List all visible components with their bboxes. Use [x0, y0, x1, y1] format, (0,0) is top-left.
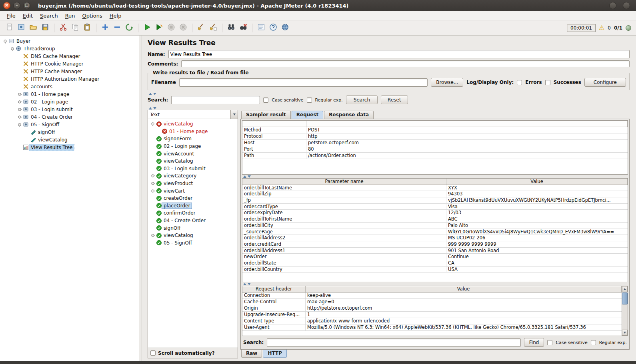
menu-options[interactable]: Options	[79, 12, 106, 20]
view-mode-combobox[interactable]: Text	[148, 110, 238, 119]
titlebar[interactable]: buyer.jmx (/home/ubuntu/load-testing-too…	[0, 0, 636, 11]
result-item-signonform[interactable]: signonForm	[148, 135, 238, 143]
comments-input[interactable]	[181, 60, 630, 67]
toggle-button[interactable]	[124, 22, 135, 34]
function-helper-button[interactable]	[256, 22, 267, 34]
collapse-down-icon[interactable]	[248, 283, 251, 285]
splitter-one-touch-top[interactable]	[148, 92, 630, 95]
copy-button[interactable]	[70, 22, 81, 34]
result-item-viewproduct[interactable]: viewProduct	[148, 180, 238, 187]
expander-expanded-icon[interactable]	[10, 46, 15, 51]
successes-checkbox[interactable]	[545, 80, 550, 85]
tab-response-data[interactable]: Response data	[324, 111, 374, 119]
reset-button[interactable]: Reset	[381, 95, 408, 104]
tree-item-view-results-tree[interactable]: View Results Tree	[0, 143, 139, 151]
tree-item-http-authorization-manager[interactable]: HTTP Authorization Manager	[0, 75, 139, 83]
menu-file[interactable]: File	[3, 12, 19, 20]
collapse-up-icon[interactable]	[243, 283, 246, 285]
result-item-viewcart[interactable]: viewCart	[148, 187, 238, 195]
tree-item-01-home-page[interactable]: 01 - Home page	[0, 90, 139, 98]
result-item-viewcatalog[interactable]: viewCatalog	[148, 120, 238, 128]
request-summary-row[interactable]: MethodPOST	[242, 127, 628, 133]
parameters-row[interactable]: order.billCityPalo Alto	[242, 223, 628, 229]
collapse-down-icon[interactable]	[248, 175, 251, 178]
splitter-one-touch-headers[interactable]	[242, 282, 628, 286]
search-button[interactable]: Search	[346, 95, 378, 104]
detail-regex-checkbox[interactable]	[591, 340, 596, 345]
tree-item-05-signoff[interactable]: 05 - SignOff	[0, 121, 139, 128]
search-regex-checkbox[interactable]	[307, 97, 312, 103]
parameters-value-header[interactable]: Value	[446, 179, 628, 185]
result-item-viewcatalog[interactable]: viewCatalog	[148, 232, 238, 239]
scroll-down-button[interactable]	[622, 330, 628, 336]
render-tab-http[interactable]: HTTP	[263, 350, 286, 358]
scroll-up-button[interactable]	[622, 286, 628, 292]
collapse-up-icon[interactable]	[149, 107, 152, 109]
request-headers-row[interactable]: Cache-Controlmax-age=0	[242, 299, 622, 305]
request-headers-row[interactable]: Content-Typeapplication/x-www-form-urlen…	[242, 318, 622, 324]
menu-help[interactable]: Help	[106, 12, 125, 20]
result-item-viewaccount[interactable]: viewAccount	[148, 150, 238, 157]
combo-dropdown-button[interactable]	[230, 110, 238, 119]
result-item-03-login-submit[interactable]: 03 - Login submit	[148, 165, 238, 173]
expander-collapsed-icon[interactable]	[150, 173, 156, 178]
expander-expanded-icon[interactable]	[150, 121, 156, 126]
render-tab-raw[interactable]: Raw	[241, 350, 262, 358]
menu-run[interactable]: Run	[62, 12, 79, 20]
result-item-confirmorder[interactable]: confirmOrder	[148, 209, 238, 217]
menu-edit[interactable]: Edit	[19, 12, 36, 20]
close-button[interactable]	[3, 2, 10, 9]
result-item-placeorder[interactable]: placeOrder	[148, 202, 238, 210]
expander-collapsed-icon[interactable]	[17, 92, 22, 97]
start-button[interactable]	[142, 22, 153, 34]
tree-item-http-cache-manager[interactable]: HTTP Cache Manager	[0, 68, 139, 75]
request-headers-row[interactable]: Originhttp://petstore.octoperf.com	[242, 305, 622, 312]
clear-button[interactable]	[196, 22, 207, 34]
result-item-04-create-order[interactable]: 04 - Create Order	[148, 217, 238, 225]
expander-collapsed-icon[interactable]	[150, 189, 156, 193]
save-button[interactable]	[40, 22, 51, 34]
main-splitter[interactable]	[139, 36, 142, 361]
tree-item-signoff[interactable]: signOff	[0, 128, 139, 136]
parameters-row[interactable]: order.billToLastNameXYX	[242, 185, 628, 191]
expander-collapsed-icon[interactable]	[17, 107, 22, 112]
expander-collapsed-icon[interactable]	[150, 181, 156, 186]
name-input[interactable]	[168, 50, 630, 58]
options-button[interactable]	[280, 22, 291, 34]
titlebar-extra-1-button[interactable]	[609, 2, 616, 9]
tree-item-http-cookie-manager[interactable]: HTTP Cookie Manager	[0, 60, 139, 68]
parameters-row[interactable]: _sourcePageWlGYL0GrIoW0lXS4vxD5i4J8WyFwQ…	[242, 229, 628, 235]
tree-item-buyer[interactable]: Buyer	[0, 37, 139, 45]
scrollbar-thumb[interactable]	[622, 292, 628, 304]
tree-item-04-create-order[interactable]: 04 - Create Order	[0, 113, 139, 121]
menu-search[interactable]: Search	[36, 12, 62, 20]
search-reset-button[interactable]	[238, 22, 249, 34]
clear-all-button[interactable]	[208, 22, 219, 34]
parameters-row[interactable]: order.billZip94303	[242, 191, 628, 197]
parameters-row[interactable]: order.expiryDate12/03	[242, 210, 628, 216]
expander-collapsed-icon[interactable]	[150, 233, 156, 238]
templates-button[interactable]	[16, 22, 27, 34]
configure-button[interactable]: Configure	[584, 78, 626, 87]
request-headers-row[interactable]: Connectionkeep-alive	[242, 292, 622, 299]
tree-item-02-login-page[interactable]: 02 - Login page	[0, 98, 139, 105]
parameters-key-header[interactable]: Parameter name	[242, 179, 446, 185]
expander-collapsed-icon[interactable]	[17, 99, 22, 104]
warning-icon[interactable]: ⚠	[599, 25, 604, 31]
tree-item-03-login-submit[interactable]: 03 - Login submit	[0, 105, 139, 113]
paste-button[interactable]	[82, 22, 93, 34]
expander-expanded-icon[interactable]	[2, 39, 8, 44]
minimize-button[interactable]	[13, 2, 20, 9]
collapse-up-icon[interactable]	[149, 93, 152, 95]
result-item-05-signoff[interactable]: 05 - SignOff	[148, 239, 238, 247]
result-item-viewcatalog[interactable]: viewCatalog	[148, 157, 238, 165]
search-case-checkbox[interactable]	[263, 97, 268, 103]
maximize-button[interactable]	[23, 2, 30, 9]
parameters-row[interactable]: order.billAddress2MS UCUP02-206	[242, 235, 628, 241]
request-summary-row[interactable]: Hostpetstore.octoperf.com	[242, 140, 628, 146]
collapse-down-icon[interactable]	[153, 107, 156, 109]
parameters-row[interactable]: order.creditCard999 9999 9999 9999	[242, 241, 628, 248]
collapse-up-icon[interactable]	[243, 175, 246, 178]
request-headers-row[interactable]: Upgrade-Insecure-Req...1	[242, 312, 622, 318]
search-button[interactable]	[226, 22, 237, 34]
